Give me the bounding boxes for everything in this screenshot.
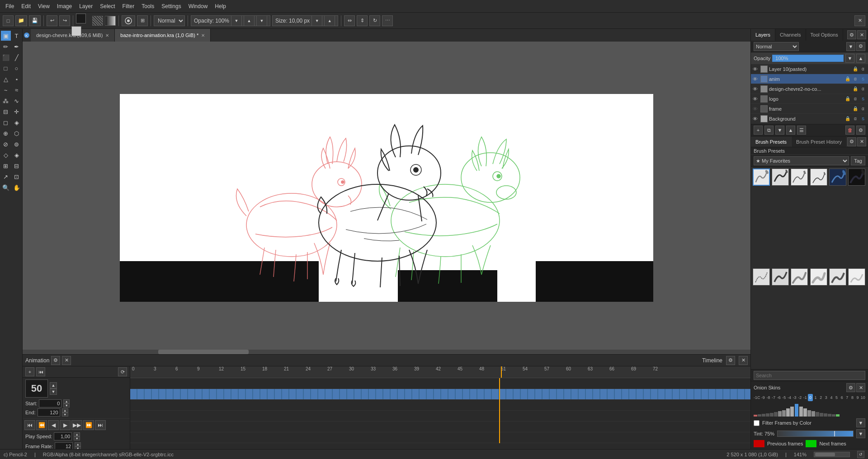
timeline-track-1[interactable] — [130, 389, 750, 400]
layer-visibility-0[interactable]: 👁 — [753, 66, 759, 72]
tint-slider[interactable] — [777, 431, 854, 437]
tool-gradient2[interactable]: ⊟ — [1, 107, 11, 117]
layer-lock-2[interactable]: 🔒 — [852, 86, 859, 92]
layers-extra-opts-btn[interactable]: ⚙ — [856, 126, 865, 135]
opacity-bar-layers[interactable]: 100% — [772, 55, 844, 62]
onion-close-btn[interactable]: ✕ — [856, 383, 865, 392]
layer-visibility-3[interactable]: 👁 — [753, 96, 759, 102]
tool-ellipse[interactable]: ○ — [12, 63, 22, 73]
canvas-area[interactable] — [23, 42, 750, 354]
zoom-slider[interactable] — [814, 452, 850, 457]
end-up-btn[interactable]: ▲ — [62, 408, 68, 412]
play-speed-input[interactable] — [54, 432, 72, 440]
layer-lock-3[interactable]: 🔒 — [844, 96, 851, 102]
tool-freehand2[interactable]: ~ — [1, 85, 11, 95]
timeline-tracks-area[interactable]: 0 3 6 9 12 15 18 21 24 27 30 33 — [130, 366, 750, 449]
close-window-btn[interactable]: ✕ — [854, 15, 865, 26]
brush-cell-8[interactable] — [791, 268, 808, 286]
next-keyframe-btn[interactable]: ⏩ — [83, 420, 94, 430]
brush-search-input[interactable] — [754, 371, 865, 380]
opacity-up-btn-layers[interactable]: ▲ — [856, 54, 865, 63]
brush-cell-2[interactable] — [791, 169, 808, 186]
add-layer-btn[interactable]: + — [754, 126, 763, 135]
tool-deform[interactable]: ↗ — [1, 172, 11, 182]
layer-alpha-0[interactable]: α — [860, 66, 866, 72]
layer-row-1[interactable]: 👁 anim 🔒 α S — [751, 74, 868, 84]
start-up-btn[interactable]: ▲ — [63, 399, 70, 403]
tool-measure[interactable]: ⬡ — [12, 128, 22, 138]
start-down-btn[interactable]: ▼ — [63, 403, 70, 407]
first-frame-transport-btn[interactable]: ⏮ — [24, 420, 35, 430]
tool-polygon[interactable]: △ — [1, 74, 11, 84]
timeline-track-3[interactable] — [130, 411, 750, 422]
tool-smudge[interactable]: ∿ — [12, 96, 22, 106]
tab-close-2[interactable]: ✕ — [201, 33, 205, 38]
extra-btn[interactable]: ⋯ — [382, 15, 393, 26]
tool-eraser[interactable]: ◻ — [1, 117, 11, 127]
tool-transform[interactable]: T — [12, 31, 22, 41]
layer-alpha-5[interactable]: α — [852, 116, 859, 122]
menu-window[interactable]: Window — [185, 2, 212, 10]
layer-properties-btn[interactable]: ☰ — [797, 126, 806, 135]
foreground-color[interactable] — [76, 14, 86, 23]
brush-cell-6[interactable] — [753, 268, 770, 286]
size-up-btn[interactable]: ▲ — [324, 15, 335, 26]
brush-cell-7[interactable] — [772, 268, 789, 286]
timeline-settings-btn[interactable]: ⚙ — [726, 356, 735, 365]
layer-visibility-5[interactable]: 👁 — [753, 116, 759, 122]
end-input[interactable] — [38, 408, 60, 417]
tab-channels[interactable]: Channels — [775, 29, 806, 41]
layer-row-3[interactable]: 👁 logo 🔒 α S — [751, 94, 868, 104]
opacity-down-btn[interactable]: ▼ — [231, 15, 242, 26]
start-input[interactable] — [39, 399, 61, 407]
layer-row-4[interactable]: 👁 frame 🔒 α — [751, 104, 868, 114]
undo-button[interactable]: ↩ — [47, 15, 57, 26]
layer-up-btn[interactable]: ▲ — [786, 126, 795, 135]
tool-smart-patch[interactable]: ◈ — [12, 117, 22, 127]
menu-edit[interactable]: Edit — [18, 2, 34, 10]
layer-visibility-4[interactable]: 👁 — [753, 106, 759, 112]
next-frames-color[interactable] — [806, 440, 816, 447]
tool-pan[interactable]: ⊞ — [1, 161, 11, 171]
layer-lock-4[interactable]: 🔒 — [852, 106, 859, 112]
menu-tools[interactable]: Tools — [138, 2, 158, 10]
layer-alpha-1[interactable]: α — [852, 76, 859, 82]
mirror-v-btn[interactable]: ⇕ — [357, 15, 368, 26]
end-down-btn[interactable]: ▼ — [62, 412, 68, 417]
brush-cell-5[interactable] — [848, 169, 865, 186]
tool-line[interactable]: ╱ — [12, 52, 22, 62]
brush-cell-0[interactable] — [753, 169, 770, 186]
blend-mode-select[interactable]: Normal — [154, 15, 185, 26]
brush-tab-presets[interactable]: Brush Presets — [751, 136, 792, 147]
frame-down-btn[interactable]: ▼ — [50, 389, 57, 395]
layer-visibility-1[interactable]: 👁 — [753, 76, 759, 82]
ps-down-btn[interactable]: ▼ — [74, 436, 80, 440]
brush-cell-1[interactable] — [772, 169, 789, 186]
fr-up-btn[interactable]: ▲ — [75, 442, 81, 446]
frame-up-btn[interactable]: ▲ — [50, 382, 57, 389]
tool-assistant[interactable]: ⊟ — [12, 161, 22, 171]
brush-tab-history[interactable]: Brush Preset History — [792, 136, 847, 147]
brush-cell-10[interactable] — [829, 268, 846, 286]
opacity-extra-btn[interactable]: ▼ — [256, 15, 267, 26]
pattern-btn[interactable] — [92, 16, 103, 26]
scrollbar-thumb[interactable] — [158, 350, 249, 354]
brush-panel-close-btn[interactable]: ✕ — [857, 137, 866, 146]
opacity-down-btn-layers[interactable]: ▼ — [845, 54, 854, 63]
layer-visibility-2[interactable]: 👁 — [753, 86, 759, 92]
tool-contiguous-sel[interactable]: ⊘ — [1, 139, 11, 149]
opacity-up-btn[interactable]: ▲ — [244, 15, 255, 26]
timeline-track-2[interactable] — [130, 400, 750, 411]
open-button[interactable]: 📁 — [15, 15, 27, 26]
brush-preset-btn[interactable] — [122, 15, 135, 26]
filter-frames-checkbox[interactable] — [754, 420, 760, 426]
prev-frames-color[interactable] — [754, 440, 764, 447]
layers-filter-btn[interactable]: ▼ — [846, 42, 855, 51]
tint-dropdown[interactable]: ▼ — [856, 429, 865, 438]
layer-down-btn[interactable]: ▼ — [775, 126, 784, 135]
layers-blend-mode-select[interactable]: Normal — [754, 42, 799, 51]
prev-frame-btn[interactable]: ◀ — [48, 420, 59, 430]
anim-close-btn[interactable]: ✕ — [62, 356, 71, 365]
tool-hand[interactable]: ✋ — [12, 183, 22, 192]
first-frame-btn[interactable]: ⏮ — [36, 367, 45, 376]
